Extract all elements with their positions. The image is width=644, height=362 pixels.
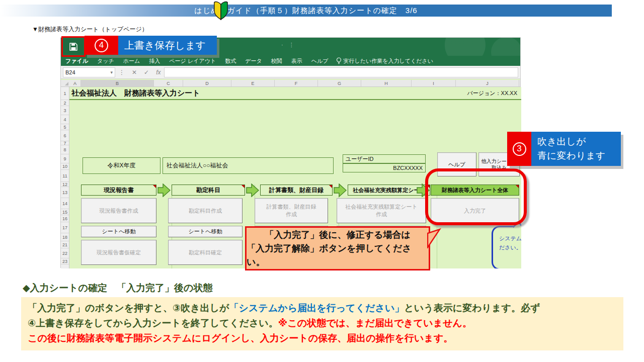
row-header[interactable]: 17 <box>61 222 69 233</box>
row-header[interactable]: 12 <box>61 182 69 187</box>
section-heading: ◆入力シートの確定 「入力完了」後の状態 <box>23 282 212 295</box>
name-box-dropdown-icon[interactable]: ▾ <box>110 70 113 75</box>
step3-text-line1: 吹き出しが <box>537 135 586 149</box>
row-header[interactable]: 9 <box>61 154 69 163</box>
step3-text-line2: 青に変わります <box>537 149 605 163</box>
create-genkyo-button[interactable]: 現況報告書作成 <box>81 198 156 223</box>
column-headers: A B C D E F G H I J <box>61 80 520 87</box>
row-header[interactable]: 23 <box>61 258 69 264</box>
lightbulb-icon <box>336 57 342 64</box>
sheet-title-text: 社会福祉法人 財務諸表等入力シート <box>71 88 200 97</box>
step3-number: 3 <box>513 142 526 156</box>
col-b[interactable]: B <box>81 80 154 86</box>
user-id-value-cell[interactable]: BZCXXXXX <box>343 163 426 172</box>
separator-dots: ⋮ <box>115 69 128 76</box>
enter-icon[interactable]: ✓ <box>140 69 152 76</box>
row-header[interactable]: 3 <box>61 106 69 115</box>
flow-kanjo-header: 勘定科目 <box>172 185 245 196</box>
tab-help[interactable]: ヘルプ <box>307 56 333 66</box>
col-e[interactable]: E <box>231 80 275 86</box>
sheet-title: 社会福祉法人 財務諸表等入力シート バージョン：XX.XX <box>69 87 521 100</box>
create-keisan-button[interactable]: 計算書類、財産目録 作成 <box>255 198 328 223</box>
tab-view[interactable]: 表示 <box>287 56 307 66</box>
tab-home[interactable]: ホーム <box>119 56 145 66</box>
row-header[interactable]: 6 <box>61 130 69 141</box>
create-jujitsu-button[interactable]: 社会福祉充実残額算定シート 作成 <box>337 198 426 223</box>
step4-callout: 上書き保存します <box>118 36 217 55</box>
flow-arrow-icon <box>246 184 259 197</box>
col-d[interactable]: D <box>183 80 231 86</box>
beginner-mark-icon <box>213 1 228 21</box>
step4-text: 上書き保存します <box>124 39 206 52</box>
ribbon-tabs: ファイル タッチ ホーム 挿入 ページ レイアウト 数式 データ 校閲 表示 ヘ… <box>61 56 520 66</box>
row-header[interactable]: 22 <box>61 248 69 258</box>
fx-icon[interactable]: fx <box>152 69 164 76</box>
step3-badge: 3 <box>507 132 531 166</box>
cell-reference: B24 <box>65 69 75 75</box>
col-f[interactable]: F <box>275 80 318 86</box>
row-header[interactable]: 15 <box>61 209 69 215</box>
screenshot-caption: ▼財務諸表等入力シート（トップページ） <box>32 25 148 34</box>
notify-speech-bubble: システムから届出を行ってください。 <box>492 226 521 268</box>
row-header[interactable]: 16 <box>61 215 69 222</box>
tab-page-layout[interactable]: ページ レイアウト <box>165 56 220 66</box>
bubble-highlight-frame <box>425 168 527 225</box>
explanation-note: 「入力完了」のボタンを押すと、③吹き出しが「システムから届出を行ってください」と… <box>21 297 623 350</box>
save-button-highlight <box>61 36 86 57</box>
corporation-name-cell[interactable]: 社会福祉法人○○福祉会 <box>163 157 334 174</box>
confirm-kanjo-button[interactable]: 勘定科目確定 <box>168 240 243 265</box>
row-header[interactable]: 1 <box>61 87 69 100</box>
tab-data[interactable]: データ <box>240 56 267 66</box>
tab-review[interactable]: 校閲 <box>267 56 287 66</box>
step3-callout: 吹き出しが 青に変わります <box>531 132 621 166</box>
formula-input[interactable] <box>164 67 518 77</box>
formula-bar: B24 ▾ ⋮ ✕ ✓ fx <box>61 66 520 79</box>
version-label: バージョン：XX.XX <box>467 87 517 99</box>
move-sheet-button[interactable]: シートへ移動 <box>81 226 156 237</box>
release-hint-line1: 「入力完了」後に、修正する場合は <box>265 228 411 242</box>
col-j[interactable]: J <box>456 80 519 86</box>
create-kanjo-button[interactable]: 勘定科目作成 <box>168 198 243 223</box>
tell-me-box[interactable]: 実行したい作業を入力してください <box>333 57 437 65</box>
step4-number: 4 <box>95 39 108 52</box>
col-a[interactable]: A <box>69 80 81 86</box>
tab-insert[interactable]: 挿入 <box>144 56 165 66</box>
select-all-corner[interactable] <box>61 80 69 86</box>
note-line1: 「入力完了」のボタンを押すと、③吹き出しが「システムから届出を行ってください」と… <box>28 301 617 316</box>
user-id-label-cell: ユーザーID <box>343 154 426 163</box>
row-header[interactable]: 2 <box>61 100 69 106</box>
col-c[interactable]: C <box>154 80 183 86</box>
confirm-genkyo-button[interactable]: 現況報告書仮確定 <box>81 240 156 265</box>
row-header[interactable]: 11 <box>61 170 69 182</box>
tab-formulas[interactable]: 数式 <box>220 56 240 66</box>
name-box[interactable]: B24 ▾ <box>63 67 115 77</box>
release-hint-callout: 「入力完了」後に、修正する場合は 「入力完了解除」ボタンを押してください。 <box>245 226 430 270</box>
tab-touch[interactable]: タッチ <box>93 56 119 66</box>
guide-title-bar: はじめてガイド（手順５）財務諸表等入力シートの確定 3/6 <box>0 5 612 17</box>
tab-file[interactable]: ファイル <box>61 56 93 66</box>
row-header[interactable]: 10 <box>61 163 69 170</box>
flow-keisan-header: 計算書類、財産目録 <box>260 185 333 196</box>
col-g[interactable]: G <box>318 80 361 86</box>
row-header[interactable]: 18 <box>61 233 69 241</box>
row-header[interactable]: 4 <box>61 115 69 124</box>
quick-access-dots: · ⋮ <box>281 42 296 48</box>
flow-genkyo-header: 現況報告書 <box>81 185 156 196</box>
row-header[interactable]: 14 <box>61 198 69 209</box>
note-line2: ④上書き保存をしてから入力シートを終了してください。※この状態では、まだ届出でき… <box>28 316 617 331</box>
row-header[interactable]: 8 <box>61 145 69 154</box>
row-header[interactable]: 5 <box>61 124 69 130</box>
move-sheet-button[interactable]: シートへ移動 <box>168 226 243 237</box>
col-i[interactable]: I <box>412 80 456 86</box>
col-h[interactable]: H <box>361 80 412 86</box>
row-header[interactable]: 7 <box>61 141 69 145</box>
fiscal-year-cell[interactable]: 令和X年度 <box>83 157 160 174</box>
row-header[interactable]: 21 <box>61 241 69 248</box>
note-line3: この後に財務諸表等電子開示システムにログインし、入力シートの保存、届出の操作を行… <box>28 331 617 346</box>
row-header[interactable]: 13 <box>61 187 69 198</box>
tell-me-label: 実行したい作業を入力してください <box>344 57 434 65</box>
step4-badge: 4 <box>85 36 118 55</box>
callout-pointer-icon <box>427 227 441 248</box>
cancel-icon[interactable]: ✕ <box>128 69 140 76</box>
release-hint-line2: 「入力完了解除」ボタンを押してください。 <box>247 242 429 269</box>
